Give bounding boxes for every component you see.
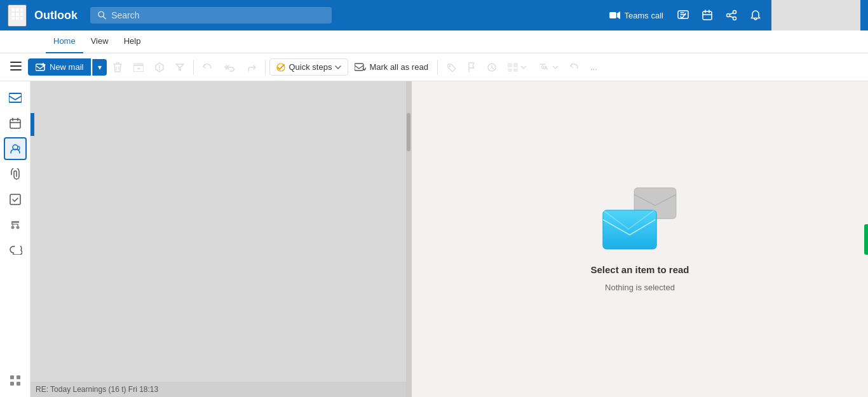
scroll-thumb[interactable] <box>407 113 410 151</box>
search-input[interactable] <box>111 10 324 20</box>
svg-rect-6 <box>11 17 15 20</box>
archive-btn[interactable] <box>128 60 149 75</box>
reminder-btn[interactable] <box>482 59 501 76</box>
svg-rect-41 <box>17 382 20 386</box>
svg-rect-39 <box>17 375 20 379</box>
app-name: Outlook <box>34 9 78 22</box>
forward-btn[interactable] <box>241 60 261 75</box>
empty-state-subtitle: Nothing is selected <box>605 283 675 292</box>
teams-call-btn[interactable]: Teams call <box>603 7 670 24</box>
svg-rect-8 <box>20 17 23 20</box>
blue-indicator <box>31 113 34 136</box>
waffle-icon-btn[interactable] <box>8 4 27 27</box>
svg-rect-40 <box>10 382 14 386</box>
menu-help[interactable]: Help <box>116 30 149 53</box>
toolbar-sep-2 <box>265 60 266 75</box>
mark-all-read-button[interactable]: Mark all as read <box>349 59 433 75</box>
green-bar <box>864 224 868 255</box>
svg-rect-33 <box>10 119 20 128</box>
hamburger-btn[interactable] <box>5 58 27 76</box>
my-day-icon-btn[interactable] <box>696 6 718 25</box>
svg-rect-0 <box>11 8 15 11</box>
profile-area[interactable] <box>771 0 860 30</box>
sidebar-icon-mail[interactable] <box>4 86 27 109</box>
menu-bar: Home View Help <box>0 30 868 53</box>
sidebar-icon-apps[interactable] <box>4 369 27 392</box>
sidebar-icon-contacts[interactable] <box>4 137 27 160</box>
feedback-icon-btn[interactable] <box>672 6 694 25</box>
svg-rect-19 <box>10 65 22 67</box>
mail-list-bottom-text: RE: Today Learnings (16 t) Fri 18:13 <box>36 385 158 394</box>
svg-rect-3 <box>11 13 15 16</box>
undo-btn[interactable] <box>198 60 218 75</box>
svg-rect-35 <box>10 194 20 205</box>
sidebar-icon-onedrive[interactable] <box>4 239 27 262</box>
main-layout: RE: Today Learnings (16 t) Fri 18:13 <box>0 81 868 397</box>
menu-home[interactable]: Home <box>46 30 83 53</box>
teams-call-label: Teams call <box>625 11 663 20</box>
delete-btn[interactable] <box>108 59 127 76</box>
filter-btn[interactable] <box>170 60 189 75</box>
search-bar[interactable] <box>90 7 332 24</box>
toolbar-sep-1 <box>193 60 194 75</box>
svg-rect-20 <box>10 69 22 71</box>
svg-rect-18 <box>10 62 22 63</box>
svg-rect-4 <box>16 13 19 16</box>
flag-btn[interactable] <box>463 59 481 76</box>
svg-rect-28 <box>508 63 512 67</box>
svg-rect-14 <box>703 11 712 20</box>
svg-marker-12 <box>617 11 620 19</box>
new-mail-button[interactable]: New mail <box>28 58 91 76</box>
menu-view[interactable]: View <box>83 30 116 53</box>
more-options-btn[interactable]: ... <box>585 59 602 75</box>
sidebar-icon-tasks[interactable] <box>4 188 27 211</box>
mail-list-bottom-item[interactable]: RE: Today Learnings (16 t) Fri 18:13 <box>31 382 406 397</box>
svg-rect-11 <box>609 12 616 18</box>
top-bar: Outlook Teams call <box>0 0 868 30</box>
new-mail-label: New mail <box>50 62 83 72</box>
mark-all-read-label: Mark all as read <box>369 62 428 72</box>
reading-pane: Select an item to read Nothing is select… <box>412 81 868 397</box>
categorize-btn[interactable] <box>503 60 532 75</box>
sidebar-icon-yammer[interactable] <box>4 213 27 236</box>
empty-state-title: Select an item to read <box>590 264 689 275</box>
toolbar-sep-3 <box>437 60 438 75</box>
svg-rect-2 <box>20 8 23 11</box>
bell-icon-btn[interactable] <box>745 6 766 25</box>
envelope-icon-group <box>602 187 678 250</box>
svg-line-10 <box>103 17 105 19</box>
more-label: ... <box>590 62 597 72</box>
envelope-front-icon <box>602 209 658 250</box>
svg-rect-32 <box>9 93 22 102</box>
svg-point-36 <box>11 226 14 229</box>
sidebar-icon-calendar[interactable] <box>4 112 27 135</box>
quick-steps-label: Quick steps <box>288 62 332 72</box>
translate-btn[interactable] <box>533 60 564 75</box>
svg-rect-25 <box>355 64 363 71</box>
svg-rect-23 <box>133 63 144 65</box>
tag-btn[interactable] <box>442 60 462 75</box>
new-mail-dropdown[interactable]: ▾ <box>92 59 107 76</box>
svg-rect-31 <box>513 69 518 72</box>
svg-point-17 <box>727 14 730 17</box>
mail-list-area: RE: Today Learnings (16 t) Fri 18:13 <box>31 81 412 397</box>
toolbar: New mail ▾ <box>0 53 868 81</box>
reply-all-btn[interactable] <box>219 60 240 75</box>
svg-point-26 <box>449 65 451 67</box>
undo2-btn[interactable] <box>565 60 584 75</box>
junk-btn[interactable] <box>150 59 169 76</box>
svg-rect-38 <box>10 375 14 379</box>
scroll-indicator[interactable] <box>406 81 411 397</box>
quick-steps-button[interactable]: Quick steps <box>269 58 348 76</box>
sidebar-icon-attachments[interactable] <box>4 163 27 185</box>
share-icon-btn[interactable] <box>721 6 742 25</box>
empty-state: Select an item to read Nothing is select… <box>590 187 689 292</box>
svg-rect-7 <box>16 17 19 20</box>
svg-point-16 <box>733 17 736 20</box>
svg-rect-5 <box>20 13 23 16</box>
svg-point-15 <box>733 11 736 14</box>
svg-rect-29 <box>513 63 518 67</box>
svg-point-37 <box>16 226 19 229</box>
svg-rect-1 <box>16 8 19 11</box>
svg-rect-30 <box>508 69 512 72</box>
